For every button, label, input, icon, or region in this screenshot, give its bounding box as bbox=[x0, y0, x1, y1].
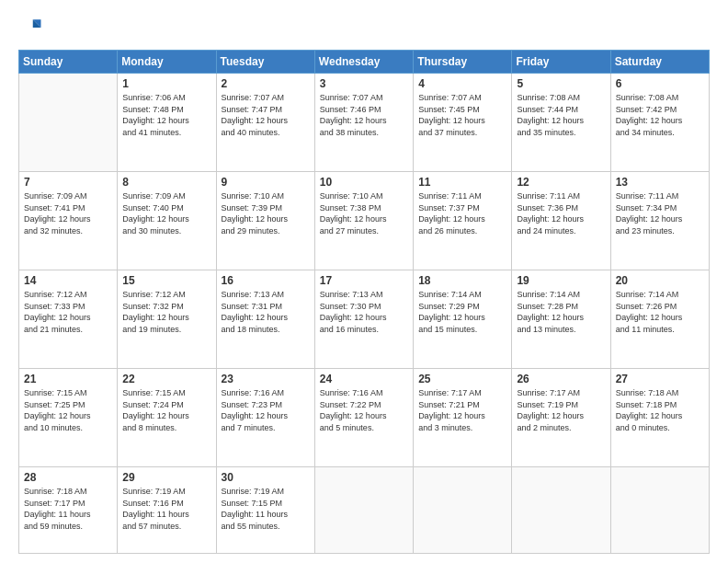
calendar-row: 14Sunrise: 7:12 AMSunset: 7:33 PMDayligh… bbox=[19, 270, 710, 369]
day-info: Sunrise: 7:15 AMSunset: 7:25 PMDaylight:… bbox=[24, 387, 112, 433]
day-info: Sunrise: 7:11 AMSunset: 7:34 PMDaylight:… bbox=[616, 190, 704, 236]
calendar-cell bbox=[314, 467, 413, 554]
day-number: 23 bbox=[222, 373, 310, 385]
weekday-header: Thursday bbox=[414, 51, 512, 74]
day-number: 6 bbox=[616, 77, 704, 90]
day-info: Sunrise: 7:12 AMSunset: 7:33 PMDaylight:… bbox=[24, 289, 112, 335]
day-info: Sunrise: 7:08 AMSunset: 7:42 PMDaylight:… bbox=[616, 92, 704, 138]
weekday-header: Sunday bbox=[19, 51, 118, 74]
day-number: 7 bbox=[24, 176, 112, 189]
day-number: 5 bbox=[517, 77, 605, 90]
day-number: 19 bbox=[517, 274, 605, 287]
calendar-cell: 17Sunrise: 7:13 AMSunset: 7:30 PMDayligh… bbox=[314, 270, 413, 369]
logo bbox=[18, 15, 48, 40]
calendar-cell: 7Sunrise: 7:09 AMSunset: 7:41 PMDaylight… bbox=[19, 172, 118, 270]
day-number: 13 bbox=[616, 176, 704, 189]
weekday-header: Wednesday bbox=[314, 51, 413, 74]
day-number: 15 bbox=[122, 274, 210, 287]
day-info: Sunrise: 7:07 AMSunset: 7:47 PMDaylight:… bbox=[222, 92, 310, 138]
calendar-cell bbox=[19, 74, 118, 172]
calendar-cell: 12Sunrise: 7:11 AMSunset: 7:36 PMDayligh… bbox=[512, 172, 610, 270]
day-number: 27 bbox=[616, 373, 704, 385]
calendar-header-row: SundayMondayTuesdayWednesdayThursdayFrid… bbox=[19, 51, 710, 74]
day-info: Sunrise: 7:14 AMSunset: 7:28 PMDaylight:… bbox=[517, 289, 605, 335]
day-number: 20 bbox=[616, 274, 704, 287]
calendar-cell: 14Sunrise: 7:12 AMSunset: 7:33 PMDayligh… bbox=[19, 270, 118, 369]
day-info: Sunrise: 7:18 AMSunset: 7:17 PMDaylight:… bbox=[24, 486, 112, 532]
calendar-cell: 22Sunrise: 7:15 AMSunset: 7:24 PMDayligh… bbox=[118, 369, 216, 467]
day-info: Sunrise: 7:17 AMSunset: 7:19 PMDaylight:… bbox=[517, 387, 605, 433]
day-info: Sunrise: 7:19 AMSunset: 7:15 PMDaylight:… bbox=[222, 486, 310, 532]
calendar-cell bbox=[512, 467, 610, 554]
calendar-cell bbox=[414, 467, 512, 554]
day-info: Sunrise: 7:06 AMSunset: 7:48 PMDaylight:… bbox=[122, 92, 210, 138]
day-info: Sunrise: 7:15 AMSunset: 7:24 PMDaylight:… bbox=[122, 387, 210, 433]
calendar-cell: 16Sunrise: 7:13 AMSunset: 7:31 PMDayligh… bbox=[216, 270, 314, 369]
day-info: Sunrise: 7:12 AMSunset: 7:32 PMDaylight:… bbox=[122, 289, 210, 335]
calendar-cell: 15Sunrise: 7:12 AMSunset: 7:32 PMDayligh… bbox=[118, 270, 216, 369]
weekday-header: Saturday bbox=[610, 51, 709, 74]
day-info: Sunrise: 7:11 AMSunset: 7:37 PMDaylight:… bbox=[418, 190, 506, 236]
day-number: 26 bbox=[517, 373, 605, 385]
weekday-header: Tuesday bbox=[216, 51, 314, 74]
day-info: Sunrise: 7:08 AMSunset: 7:44 PMDaylight:… bbox=[517, 92, 605, 138]
day-number: 16 bbox=[222, 274, 310, 287]
day-number: 12 bbox=[517, 176, 605, 189]
day-number: 30 bbox=[222, 471, 310, 484]
calendar-cell bbox=[610, 467, 709, 554]
day-number: 25 bbox=[418, 373, 506, 385]
day-info: Sunrise: 7:16 AMSunset: 7:23 PMDaylight:… bbox=[222, 387, 310, 433]
day-info: Sunrise: 7:14 AMSunset: 7:26 PMDaylight:… bbox=[616, 289, 704, 335]
calendar-cell: 2Sunrise: 7:07 AMSunset: 7:47 PMDaylight… bbox=[216, 74, 314, 172]
day-number: 21 bbox=[24, 373, 112, 385]
day-number: 4 bbox=[418, 77, 506, 90]
day-number: 28 bbox=[24, 471, 112, 484]
day-info: Sunrise: 7:09 AMSunset: 7:41 PMDaylight:… bbox=[24, 190, 112, 236]
calendar-cell: 3Sunrise: 7:07 AMSunset: 7:46 PMDaylight… bbox=[314, 74, 413, 172]
day-number: 2 bbox=[222, 77, 310, 90]
calendar-cell: 28Sunrise: 7:18 AMSunset: 7:17 PMDayligh… bbox=[19, 467, 118, 554]
calendar-cell: 11Sunrise: 7:11 AMSunset: 7:37 PMDayligh… bbox=[414, 172, 512, 270]
day-info: Sunrise: 7:19 AMSunset: 7:16 PMDaylight:… bbox=[122, 486, 210, 532]
calendar-cell: 24Sunrise: 7:16 AMSunset: 7:22 PMDayligh… bbox=[314, 369, 413, 467]
calendar-cell: 5Sunrise: 7:08 AMSunset: 7:44 PMDaylight… bbox=[512, 74, 610, 172]
day-info: Sunrise: 7:07 AMSunset: 7:46 PMDaylight:… bbox=[320, 92, 408, 138]
weekday-header: Friday bbox=[512, 51, 610, 74]
day-info: Sunrise: 7:14 AMSunset: 7:29 PMDaylight:… bbox=[418, 289, 506, 335]
day-number: 1 bbox=[122, 77, 210, 90]
logo-icon bbox=[18, 15, 44, 40]
calendar-row: 1Sunrise: 7:06 AMSunset: 7:48 PMDaylight… bbox=[19, 74, 710, 172]
calendar-cell: 8Sunrise: 7:09 AMSunset: 7:40 PMDaylight… bbox=[118, 172, 216, 270]
day-info: Sunrise: 7:16 AMSunset: 7:22 PMDaylight:… bbox=[320, 387, 408, 433]
day-info: Sunrise: 7:11 AMSunset: 7:36 PMDaylight:… bbox=[517, 190, 605, 236]
page: SundayMondayTuesdayWednesdayThursdayFrid… bbox=[0, 0, 728, 563]
calendar-cell: 30Sunrise: 7:19 AMSunset: 7:15 PMDayligh… bbox=[216, 467, 314, 554]
calendar-cell: 18Sunrise: 7:14 AMSunset: 7:29 PMDayligh… bbox=[414, 270, 512, 369]
day-number: 10 bbox=[320, 176, 408, 189]
weekday-header: Monday bbox=[118, 51, 216, 74]
day-info: Sunrise: 7:17 AMSunset: 7:21 PMDaylight:… bbox=[418, 387, 506, 433]
calendar-row: 7Sunrise: 7:09 AMSunset: 7:41 PMDaylight… bbox=[19, 172, 710, 270]
day-info: Sunrise: 7:10 AMSunset: 7:38 PMDaylight:… bbox=[320, 190, 408, 236]
calendar-table: SundayMondayTuesdayWednesdayThursdayFrid… bbox=[18, 50, 710, 554]
calendar-cell: 25Sunrise: 7:17 AMSunset: 7:21 PMDayligh… bbox=[414, 369, 512, 467]
day-info: Sunrise: 7:09 AMSunset: 7:40 PMDaylight:… bbox=[122, 190, 210, 236]
day-number: 9 bbox=[222, 176, 310, 189]
calendar-row: 21Sunrise: 7:15 AMSunset: 7:25 PMDayligh… bbox=[19, 369, 710, 467]
day-number: 11 bbox=[418, 176, 506, 189]
day-number: 29 bbox=[122, 471, 210, 484]
header bbox=[18, 15, 710, 40]
calendar-cell: 19Sunrise: 7:14 AMSunset: 7:28 PMDayligh… bbox=[512, 270, 610, 369]
day-info: Sunrise: 7:07 AMSunset: 7:45 PMDaylight:… bbox=[418, 92, 506, 138]
day-number: 24 bbox=[320, 373, 408, 385]
calendar-cell: 23Sunrise: 7:16 AMSunset: 7:23 PMDayligh… bbox=[216, 369, 314, 467]
day-info: Sunrise: 7:18 AMSunset: 7:18 PMDaylight:… bbox=[616, 387, 704, 433]
calendar-cell: 20Sunrise: 7:14 AMSunset: 7:26 PMDayligh… bbox=[610, 270, 709, 369]
day-number: 22 bbox=[122, 373, 210, 385]
calendar-cell: 1Sunrise: 7:06 AMSunset: 7:48 PMDaylight… bbox=[118, 74, 216, 172]
calendar-cell: 13Sunrise: 7:11 AMSunset: 7:34 PMDayligh… bbox=[610, 172, 709, 270]
day-number: 14 bbox=[24, 274, 112, 287]
day-info: Sunrise: 7:13 AMSunset: 7:31 PMDaylight:… bbox=[222, 289, 310, 335]
calendar-row: 28Sunrise: 7:18 AMSunset: 7:17 PMDayligh… bbox=[19, 467, 710, 554]
day-number: 18 bbox=[418, 274, 506, 287]
